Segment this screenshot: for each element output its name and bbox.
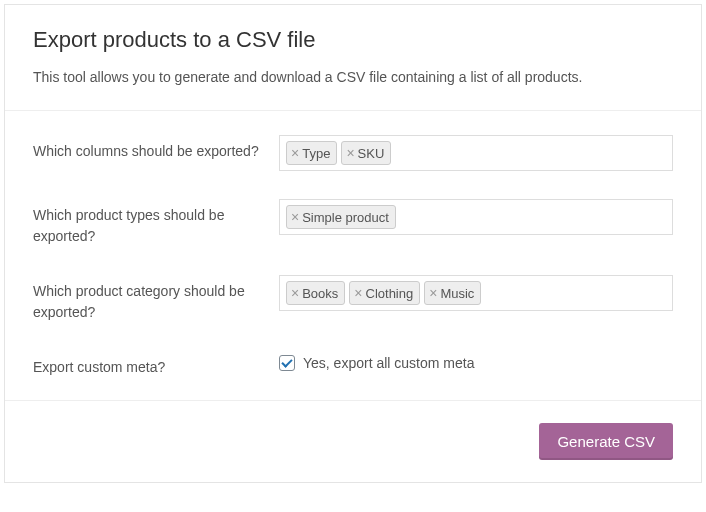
columns-tag-input[interactable]: × Type × SKU xyxy=(279,135,673,171)
page-title: Export products to a CSV file xyxy=(33,27,673,53)
field-columns: × Type × SKU xyxy=(279,135,673,171)
close-icon[interactable]: × xyxy=(346,146,355,160)
close-icon[interactable]: × xyxy=(429,286,438,300)
categories-tag-input[interactable]: × Books × Clothing × Music xyxy=(279,275,673,311)
tag-simple-product[interactable]: × Simple product xyxy=(286,205,396,229)
close-icon[interactable]: × xyxy=(291,146,300,160)
tag-label: Type xyxy=(302,146,330,161)
export-panel: Export products to a CSV file This tool … xyxy=(4,4,702,483)
label-product-types: Which product types should be exported? xyxy=(33,199,279,247)
panel-footer: Generate CSV xyxy=(5,400,701,482)
row-custom-meta: Export custom meta? Yes, export all cust… xyxy=(33,337,673,392)
checkbox-row-custom-meta: Yes, export all custom meta xyxy=(279,351,673,371)
label-categories: Which product category should be exporte… xyxy=(33,275,279,323)
tag-label: Music xyxy=(440,286,474,301)
tag-music[interactable]: × Music xyxy=(424,281,481,305)
row-product-types: Which product types should be exported? … xyxy=(33,185,673,261)
row-columns: Which columns should be exported? × Type… xyxy=(33,121,673,185)
generate-csv-button[interactable]: Generate CSV xyxy=(539,423,673,460)
tag-label: SKU xyxy=(358,146,385,161)
page-description: This tool allows you to generate and dow… xyxy=(33,67,673,88)
product-types-tag-input[interactable]: × Simple product xyxy=(279,199,673,235)
field-categories: × Books × Clothing × Music xyxy=(279,275,673,311)
panel-header: Export products to a CSV file This tool … xyxy=(5,5,701,110)
field-product-types: × Simple product xyxy=(279,199,673,235)
close-icon[interactable]: × xyxy=(291,286,300,300)
custom-meta-checkbox[interactable] xyxy=(279,355,295,371)
panel-body: Which columns should be exported? × Type… xyxy=(5,110,701,400)
tag-sku[interactable]: × SKU xyxy=(341,141,391,165)
close-icon[interactable]: × xyxy=(291,210,300,224)
label-custom-meta: Export custom meta? xyxy=(33,351,279,378)
custom-meta-checkbox-label[interactable]: Yes, export all custom meta xyxy=(303,355,474,371)
close-icon[interactable]: × xyxy=(354,286,363,300)
row-categories: Which product category should be exporte… xyxy=(33,261,673,337)
tag-clothing[interactable]: × Clothing xyxy=(349,281,420,305)
tag-label: Clothing xyxy=(366,286,414,301)
field-custom-meta: Yes, export all custom meta xyxy=(279,351,673,371)
tag-label: Books xyxy=(302,286,338,301)
tag-label: Simple product xyxy=(302,210,389,225)
label-columns: Which columns should be exported? xyxy=(33,135,279,162)
tag-books[interactable]: × Books xyxy=(286,281,345,305)
tag-type[interactable]: × Type xyxy=(286,141,337,165)
